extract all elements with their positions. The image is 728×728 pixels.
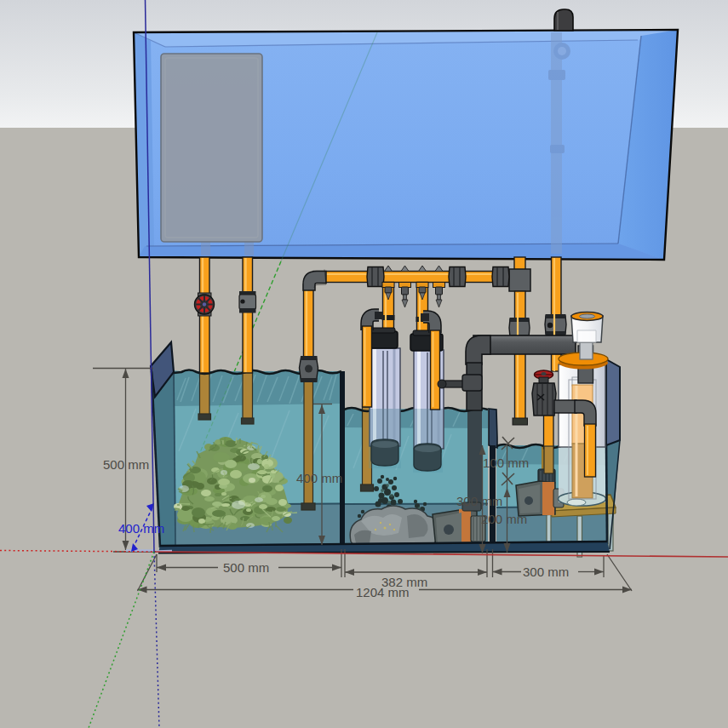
svg-text:500 mm: 500 mm <box>103 457 149 472</box>
svg-text:400 mm: 400 mm <box>118 521 164 536</box>
svg-text:100 mm: 100 mm <box>483 456 529 470</box>
svg-text:1204 mm: 1204 mm <box>356 585 410 599</box>
svg-text:200 mm: 200 mm <box>481 512 527 526</box>
svg-text:300 mm: 300 mm <box>523 565 569 579</box>
svg-text:500 mm: 500 mm <box>223 560 269 575</box>
svg-text:400 mm: 400 mm <box>296 471 342 485</box>
svg-text:300 mm: 300 mm <box>456 494 502 508</box>
